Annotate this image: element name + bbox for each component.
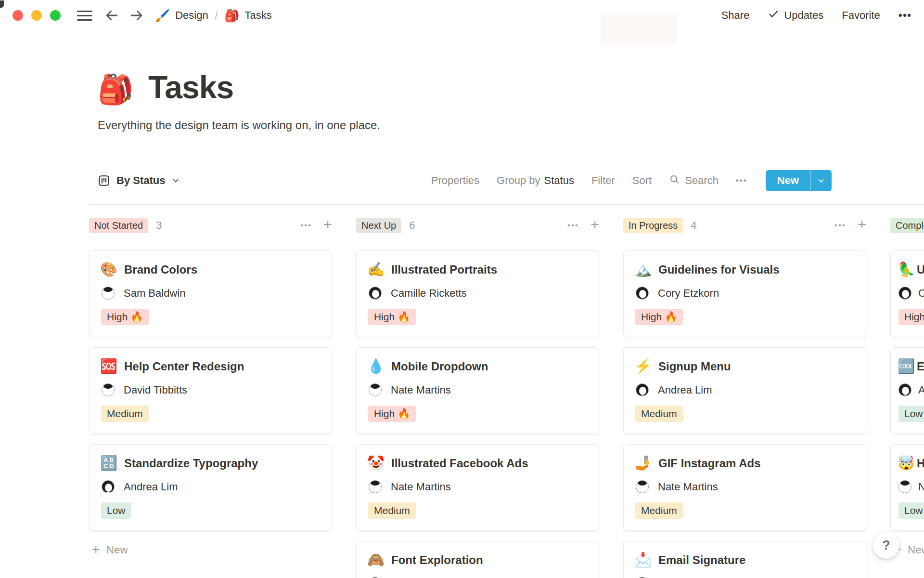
breadcrumb-item-design[interactable]: 🖌️ Design [155,9,208,22]
task-title: Standardize Typography [124,457,258,470]
task-card-completed-3[interactable]: 🤯 H N Low [890,444,924,531]
properties-button[interactable]: Properties [431,174,479,187]
view-switcher-by-status[interactable]: By Status [98,174,180,187]
window-titlebar: 🖌️ Design / 🎒 Tasks Share Updates Favori… [0,0,924,31]
add-card-button[interactable]: + New [89,540,332,560]
page-header: 🎒 Tasks [98,71,924,103]
updates-button[interactable]: Updates [768,8,823,23]
task-card-gif-instagram-ads[interactable]: 🤳 GIF Instagram Ads Nate Martins Medium [623,444,866,531]
sort-button[interactable]: Sort [632,174,652,187]
search-button[interactable]: Search [669,174,719,188]
topbar-actions: Share Updates Favorite ••• [721,8,911,23]
task-title: E [917,360,924,373]
page-icon-backpack[interactable]: 🎒 [98,76,134,103]
page-subtitle[interactable]: Everything the design team is working on… [98,118,924,132]
column-more-icon[interactable]: ••• [834,221,846,230]
search-icon [669,174,680,188]
column-count: 3 [156,219,162,232]
column-add-icon[interactable]: + [590,217,599,232]
assignee-avatar [636,480,649,493]
writing-hand-icon: ✍️ [367,263,383,276]
assignee-avatar [369,480,382,493]
sos-icon: 🆘 [100,359,116,373]
zoom-window-button[interactable] [50,10,61,21]
task-card-signup-menu[interactable]: ⚡ Signup Menu Andrea Lim Medium [623,347,866,434]
column-count: 6 [409,219,415,232]
task-title: Illustrated Facebook Ads [391,457,528,470]
column-more-icon[interactable]: ••• [300,221,312,230]
assignee-name: C [918,287,924,300]
sidebar-menu-icon[interactable] [77,11,92,21]
column-label-badge[interactable]: Completed [890,218,924,233]
assignee-name: Sam Baldwin [124,287,185,300]
assignee-avatar [369,287,382,300]
paintbrush-icon: 🖌️ [155,10,170,22]
priority-badge: Low [898,502,924,519]
task-card-brand-colors[interactable]: 🎨 Brand Colors Sam Baldwin High 🔥 [89,250,332,337]
exploding-head-icon: 🤯 [898,456,910,470]
assignee-name: A [918,384,924,396]
new-button-label[interactable]: New [766,170,810,191]
task-title: Illustrated Portraits [391,263,497,276]
favorite-button[interactable]: Favorite [842,9,880,22]
task-card-guidelines-for-visuals[interactable]: 🏔️ Guidelines for Visuals Cory Etzkorn H… [623,250,866,337]
breadcrumb-label: Design [175,9,208,22]
breadcrumb-label: Tasks [244,9,271,22]
help-button[interactable]: ? [873,532,899,559]
clown-face-icon: 🤡 [367,456,383,470]
task-card-help-center-redesign[interactable]: 🆘 Help Center Redesign David Tibbitts Me… [89,347,332,434]
assignee-avatar [102,480,115,493]
mountain-icon: 🏔️ [634,263,650,276]
forward-arrow-icon[interactable] [129,8,144,23]
parrot-icon: 🦜 [898,263,910,276]
palette-icon: 🎨 [100,263,116,276]
more-options-icon[interactable]: ••• [898,9,911,22]
breadcrumb-separator: / [208,10,225,21]
close-window-button[interactable] [13,10,23,21]
hover-highlight-artifact [601,14,677,44]
toolbar-more-icon[interactable]: ••• [736,176,747,185]
envelope-arrow-icon: 📩 [634,553,650,567]
column-label-badge[interactable]: Not Started [89,218,148,233]
back-arrow-icon[interactable] [104,8,119,23]
task-card-completed-1[interactable]: 🦜 U C High 🔥 [890,250,924,337]
column-count: 4 [691,219,696,232]
column-more-icon[interactable]: ••• [567,221,579,230]
task-card-email-signature[interactable]: 📩 Email Signature [623,541,866,578]
group-by-button[interactable]: Group byStatus [497,174,574,187]
task-card-completed-2[interactable]: 🆒 E A Low [890,347,924,434]
page-title[interactable]: Tasks [148,71,233,103]
breadcrumb-item-tasks[interactable]: 🎒 Tasks [224,9,271,22]
assignee-avatar [102,287,115,300]
task-card-illustrated-facebook-ads[interactable]: 🤡 Illustrated Facebook Ads Nate Martins … [356,444,599,531]
notion-window: 🖌️ Design / 🎒 Tasks Share Updates Favori… [0,0,924,578]
share-button[interactable]: Share [721,9,750,22]
column-label-badge[interactable]: Next Up [356,218,401,233]
board-column-not-started: Not Started 3 ••• + 🎨 Brand Colors Sam B… [89,216,332,578]
column-label-badge[interactable]: In Progress [623,218,683,233]
new-button-chevron-icon[interactable] [810,170,832,191]
priority-badge: High 🔥 [368,309,416,325]
task-title: Font Exploration [391,553,483,567]
assignee-name: Nate Martins [391,384,451,396]
task-card-standardize-typography[interactable]: 🔠 Standardize Typography Andrea Lim Low [89,444,332,531]
column-add-icon[interactable]: + [858,217,866,232]
history-nav [104,8,144,23]
assignee-name: Andrea Lim [658,384,712,396]
filter-button[interactable]: Filter [591,174,615,187]
task-card-mobile-dropdown[interactable]: 💧 Mobile Dropdown Nate Martins High 🔥 [356,347,599,434]
board-column-completed: Completed 🦜 U C High 🔥 🆒 E [890,216,924,578]
task-card-font-exploration[interactable]: 🙈 Font Exploration [356,541,599,578]
see-no-evil-monkey-icon: 🙈 [367,553,383,567]
column-header: Next Up 6 ••• + [356,216,599,235]
minimize-window-button[interactable] [31,10,42,21]
assignee-avatar [636,287,649,300]
selfie-icon: 🤳 [634,456,650,470]
task-title: Signup Menu [658,360,731,373]
plus-icon: + [92,543,100,556]
priority-badge: Medium [635,406,683,422]
task-title: Mobile Dropdown [391,360,488,373]
kanban-board: Not Started 3 ••• + 🎨 Brand Colors Sam B… [89,216,924,578]
column-add-icon[interactable]: + [323,217,332,232]
task-card-illustrated-portraits[interactable]: ✍️ Illustrated Portraits Camille Rickett… [356,250,599,337]
